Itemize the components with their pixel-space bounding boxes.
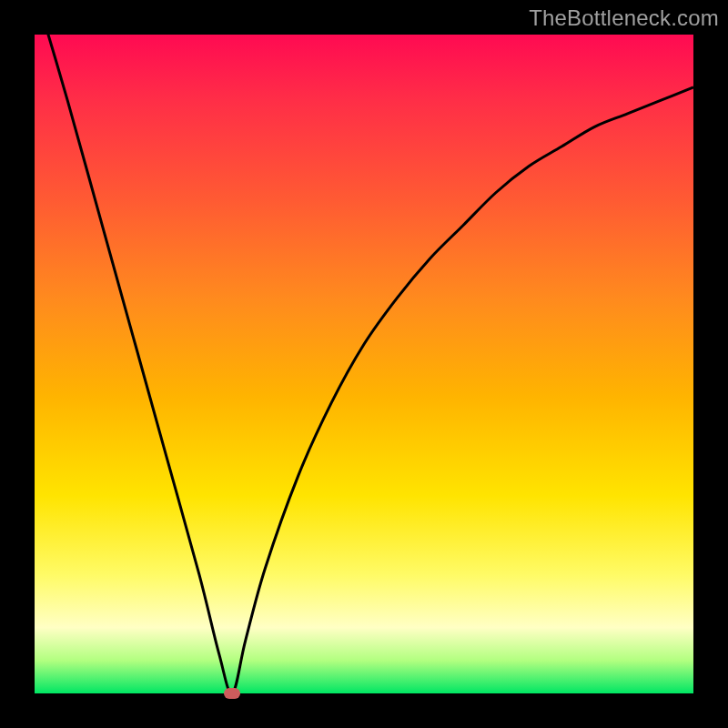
curve-path xyxy=(35,35,693,693)
chart-frame: TheBottleneck.com xyxy=(0,0,728,728)
optimum-marker xyxy=(224,688,240,699)
bottleneck-curve xyxy=(35,35,693,693)
watermark-text: TheBottleneck.com xyxy=(529,5,719,31)
plot-area xyxy=(35,35,693,693)
